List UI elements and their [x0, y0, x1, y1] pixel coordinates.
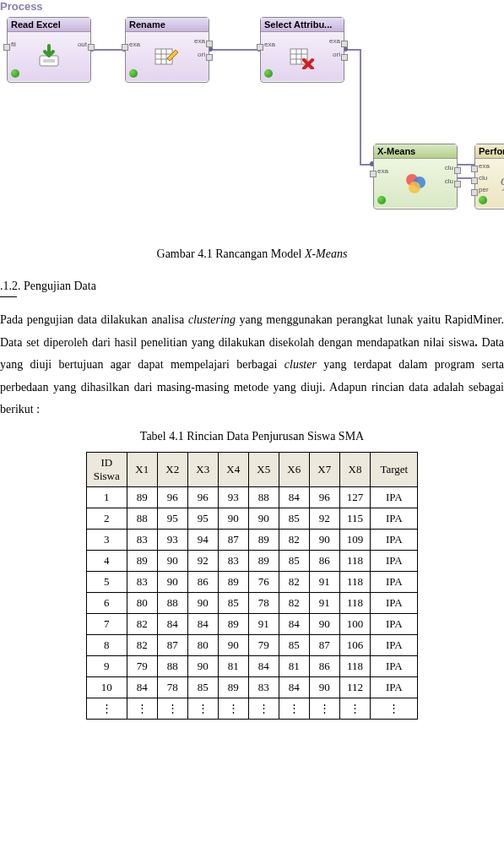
port-out[interactable]	[88, 44, 95, 51]
node-performance[interactable]: Performance exa clu per per exa clu %	[474, 144, 504, 209]
table-cell: 85	[279, 508, 309, 529]
table-cell: 84	[157, 613, 187, 634]
text-italic: clustering	[188, 313, 236, 326]
process-diagram: Process Read Excel fil out	[0, 0, 504, 232]
excel-import-icon	[35, 44, 63, 69]
col-x3: X3	[187, 452, 218, 486]
table-cell: 78	[248, 592, 279, 613]
port-in[interactable]	[471, 166, 478, 172]
table-cell: 81	[218, 655, 248, 676]
table-cell: 89	[127, 486, 157, 508]
wire	[360, 49, 361, 166]
table-cell: 9	[86, 655, 127, 676]
table-row: 882878090798587106IPA	[86, 634, 418, 655]
table-cell: 118	[339, 655, 371, 676]
data-table: ID Siswa X1 X2 X3 X4 X5 X6 X7 X8 Target …	[86, 452, 419, 720]
table-cell: 91	[309, 571, 339, 592]
table-cell: 112	[339, 676, 371, 698]
section-heading: .1.2. Pengujian Data	[0, 280, 504, 293]
table-cell: 84	[279, 486, 309, 508]
col-target: Target	[371, 452, 418, 486]
table-cell: 91	[309, 592, 339, 613]
table-cell: 109	[339, 529, 371, 550]
node-xmeans[interactable]: X-Means exa clu clu	[373, 144, 458, 209]
table-row: 288959590908592115IPA	[86, 508, 418, 529]
table-cell: 118	[339, 592, 371, 613]
port-out[interactable]	[454, 167, 461, 174]
process-label: Process	[0, 0, 43, 13]
table-cell: 95	[187, 508, 218, 529]
node-title: Rename	[126, 18, 209, 32]
table-cell: 90	[187, 655, 218, 676]
table-cell: ⋮	[371, 698, 418, 719]
table-header-row: ID Siswa X1 X2 X3 X4 X5 X6 X7 X8 Target	[86, 452, 418, 486]
table-cell: 5	[86, 571, 127, 592]
table-cell: 92	[187, 550, 218, 571]
table-cell: 82	[127, 634, 157, 655]
table-cell: 10	[86, 676, 127, 698]
port-out[interactable]	[454, 181, 461, 187]
table-cell: 2	[86, 508, 127, 529]
port-out[interactable]	[206, 41, 213, 47]
table-cell: IPA	[371, 634, 418, 655]
col-x5: X5	[248, 452, 279, 486]
table-row: 1084788589838490112IPA	[86, 676, 418, 698]
table-cell: 93	[218, 486, 248, 508]
table-cell: IPA	[371, 486, 418, 508]
table-row: 680889085788291118IPA	[86, 592, 418, 613]
table-cell: 80	[187, 634, 218, 655]
table-edit-icon	[153, 44, 182, 69]
node-title: X-Means	[374, 144, 457, 159]
port-label: per	[479, 186, 489, 193]
table-cell: 90	[157, 571, 187, 592]
table-cell: 90	[157, 550, 187, 571]
table-cell: 90	[309, 529, 339, 550]
port-in[interactable]	[471, 189, 478, 196]
table-cell: 106	[339, 634, 371, 655]
wire	[91, 49, 123, 51]
table-cell: 87	[309, 634, 339, 655]
table-cell: ⋮	[127, 698, 157, 719]
table-caption: Tabel 4.1 Rincian Data Penjurusan Siswa …	[0, 430, 504, 443]
table-cell: IPA	[371, 529, 418, 550]
table-cell: ⋮	[279, 698, 309, 719]
port-out[interactable]	[341, 41, 348, 47]
port-in[interactable]	[471, 177, 478, 184]
table-cell: 87	[157, 634, 187, 655]
table-row: 979889081848186118IPA	[86, 655, 418, 676]
table-cell: 95	[157, 508, 187, 529]
percent-icon: %	[496, 171, 504, 196]
table-cell: 83	[248, 676, 279, 698]
port-in[interactable]	[122, 44, 128, 51]
table-cell: 6	[86, 592, 127, 613]
port-label: exa	[264, 41, 275, 48]
node-rename[interactable]: Rename exa exa ori	[125, 17, 209, 83]
port-in[interactable]	[3, 44, 10, 51]
node-title: Select Attribu...	[261, 18, 344, 32]
col-x8: X8	[339, 452, 371, 486]
table-cell: 79	[248, 634, 279, 655]
table-cell: IPA	[371, 571, 418, 592]
table-row: 489909283898586118IPA	[86, 550, 418, 571]
table-cell: IPA	[371, 676, 418, 698]
table-cell: 115	[339, 508, 371, 529]
table-cell: 81	[279, 655, 309, 676]
table-cell: ⋮	[339, 698, 371, 719]
port-out[interactable]	[206, 54, 213, 61]
node-read-excel[interactable]: Read Excel fil out	[7, 17, 91, 83]
table-cell: 86	[187, 571, 218, 592]
node-select-attributes[interactable]: Select Attribu... exa exa ori	[260, 17, 344, 83]
table-cell: 84	[127, 676, 157, 698]
table-cell: 127	[339, 486, 371, 508]
table-row: 782848489918490100IPA	[86, 613, 418, 634]
port-in[interactable]	[257, 44, 263, 51]
port-out[interactable]	[341, 54, 348, 61]
text: .	[474, 336, 481, 349]
col-id: ID Siswa	[86, 452, 127, 486]
table-cell: 79	[127, 655, 157, 676]
table-cell: 90	[309, 613, 339, 634]
port-in[interactable]	[370, 171, 377, 177]
table-cell: 76	[248, 571, 279, 592]
table-cell: 1	[86, 486, 127, 508]
col-x6: X6	[279, 452, 309, 486]
